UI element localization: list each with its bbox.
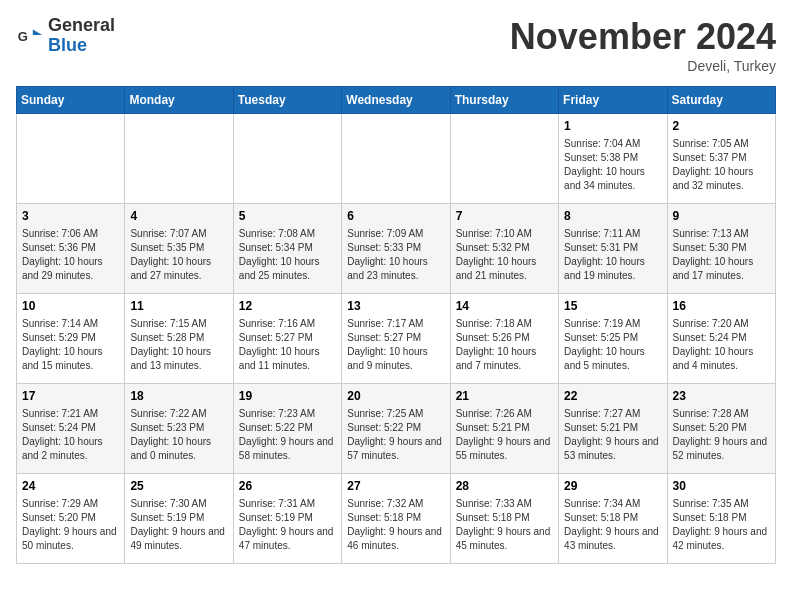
weekday-header-thursday: Thursday (450, 87, 558, 114)
day-info: Sunrise: 7:32 AMSunset: 5:18 PMDaylight:… (347, 497, 444, 553)
day-number: 29 (564, 478, 661, 495)
day-number: 26 (239, 478, 336, 495)
calendar-cell: 8Sunrise: 7:11 AMSunset: 5:31 PMDaylight… (559, 204, 667, 294)
calendar-cell: 26Sunrise: 7:31 AMSunset: 5:19 PMDayligh… (233, 474, 341, 564)
calendar-week-row: 1Sunrise: 7:04 AMSunset: 5:38 PMDaylight… (17, 114, 776, 204)
day-number: 19 (239, 388, 336, 405)
day-number: 3 (22, 208, 119, 225)
calendar-cell: 25Sunrise: 7:30 AMSunset: 5:19 PMDayligh… (125, 474, 233, 564)
day-info: Sunrise: 7:27 AMSunset: 5:21 PMDaylight:… (564, 407, 661, 463)
day-info: Sunrise: 7:11 AMSunset: 5:31 PMDaylight:… (564, 227, 661, 283)
weekday-header-friday: Friday (559, 87, 667, 114)
calendar-cell: 21Sunrise: 7:26 AMSunset: 5:21 PMDayligh… (450, 384, 558, 474)
calendar-cell: 24Sunrise: 7:29 AMSunset: 5:20 PMDayligh… (17, 474, 125, 564)
day-number: 20 (347, 388, 444, 405)
day-number: 16 (673, 298, 770, 315)
day-number: 18 (130, 388, 227, 405)
calendar-cell: 4Sunrise: 7:07 AMSunset: 5:35 PMDaylight… (125, 204, 233, 294)
calendar-cell (233, 114, 341, 204)
day-info: Sunrise: 7:04 AMSunset: 5:38 PMDaylight:… (564, 137, 661, 193)
calendar-cell: 22Sunrise: 7:27 AMSunset: 5:21 PMDayligh… (559, 384, 667, 474)
day-number: 4 (130, 208, 227, 225)
title-area: November 2024 Develi, Turkey (510, 16, 776, 74)
calendar-cell (17, 114, 125, 204)
day-info: Sunrise: 7:07 AMSunset: 5:35 PMDaylight:… (130, 227, 227, 283)
day-info: Sunrise: 7:06 AMSunset: 5:36 PMDaylight:… (22, 227, 119, 283)
day-number: 5 (239, 208, 336, 225)
calendar-week-row: 3Sunrise: 7:06 AMSunset: 5:36 PMDaylight… (17, 204, 776, 294)
day-info: Sunrise: 7:13 AMSunset: 5:30 PMDaylight:… (673, 227, 770, 283)
day-number: 2 (673, 118, 770, 135)
day-info: Sunrise: 7:14 AMSunset: 5:29 PMDaylight:… (22, 317, 119, 373)
calendar-cell: 1Sunrise: 7:04 AMSunset: 5:38 PMDaylight… (559, 114, 667, 204)
day-number: 27 (347, 478, 444, 495)
logo-general-text: General (48, 16, 115, 36)
day-info: Sunrise: 7:26 AMSunset: 5:21 PMDaylight:… (456, 407, 553, 463)
logo-text: General Blue (48, 16, 115, 56)
day-number: 13 (347, 298, 444, 315)
calendar-cell: 14Sunrise: 7:18 AMSunset: 5:26 PMDayligh… (450, 294, 558, 384)
day-number: 11 (130, 298, 227, 315)
calendar-cell: 7Sunrise: 7:10 AMSunset: 5:32 PMDaylight… (450, 204, 558, 294)
day-number: 17 (22, 388, 119, 405)
calendar-cell: 10Sunrise: 7:14 AMSunset: 5:29 PMDayligh… (17, 294, 125, 384)
day-info: Sunrise: 7:25 AMSunset: 5:22 PMDaylight:… (347, 407, 444, 463)
day-number: 23 (673, 388, 770, 405)
day-info: Sunrise: 7:05 AMSunset: 5:37 PMDaylight:… (673, 137, 770, 193)
day-info: Sunrise: 7:30 AMSunset: 5:19 PMDaylight:… (130, 497, 227, 553)
day-info: Sunrise: 7:35 AMSunset: 5:18 PMDaylight:… (673, 497, 770, 553)
logo: G General Blue (16, 16, 115, 56)
day-info: Sunrise: 7:19 AMSunset: 5:25 PMDaylight:… (564, 317, 661, 373)
day-number: 9 (673, 208, 770, 225)
weekday-header-sunday: Sunday (17, 87, 125, 114)
calendar-cell (450, 114, 558, 204)
calendar-cell: 3Sunrise: 7:06 AMSunset: 5:36 PMDaylight… (17, 204, 125, 294)
day-info: Sunrise: 7:31 AMSunset: 5:19 PMDaylight:… (239, 497, 336, 553)
logo-blue-text: Blue (48, 36, 115, 56)
location-text: Develi, Turkey (510, 58, 776, 74)
day-info: Sunrise: 7:33 AMSunset: 5:18 PMDaylight:… (456, 497, 553, 553)
day-info: Sunrise: 7:08 AMSunset: 5:34 PMDaylight:… (239, 227, 336, 283)
day-info: Sunrise: 7:17 AMSunset: 5:27 PMDaylight:… (347, 317, 444, 373)
calendar-cell: 23Sunrise: 7:28 AMSunset: 5:20 PMDayligh… (667, 384, 775, 474)
day-info: Sunrise: 7:16 AMSunset: 5:27 PMDaylight:… (239, 317, 336, 373)
day-info: Sunrise: 7:28 AMSunset: 5:20 PMDaylight:… (673, 407, 770, 463)
calendar-cell: 27Sunrise: 7:32 AMSunset: 5:18 PMDayligh… (342, 474, 450, 564)
calendar-cell: 13Sunrise: 7:17 AMSunset: 5:27 PMDayligh… (342, 294, 450, 384)
calendar-cell: 19Sunrise: 7:23 AMSunset: 5:22 PMDayligh… (233, 384, 341, 474)
day-info: Sunrise: 7:18 AMSunset: 5:26 PMDaylight:… (456, 317, 553, 373)
calendar-cell: 15Sunrise: 7:19 AMSunset: 5:25 PMDayligh… (559, 294, 667, 384)
day-number: 14 (456, 298, 553, 315)
weekday-header-row: SundayMondayTuesdayWednesdayThursdayFrid… (17, 87, 776, 114)
day-number: 15 (564, 298, 661, 315)
day-info: Sunrise: 7:09 AMSunset: 5:33 PMDaylight:… (347, 227, 444, 283)
calendar-cell: 9Sunrise: 7:13 AMSunset: 5:30 PMDaylight… (667, 204, 775, 294)
calendar-week-row: 24Sunrise: 7:29 AMSunset: 5:20 PMDayligh… (17, 474, 776, 564)
day-number: 25 (130, 478, 227, 495)
calendar-cell: 2Sunrise: 7:05 AMSunset: 5:37 PMDaylight… (667, 114, 775, 204)
weekday-header-tuesday: Tuesday (233, 87, 341, 114)
calendar-week-row: 17Sunrise: 7:21 AMSunset: 5:24 PMDayligh… (17, 384, 776, 474)
logo-icon: G (16, 22, 44, 50)
calendar-cell: 18Sunrise: 7:22 AMSunset: 5:23 PMDayligh… (125, 384, 233, 474)
day-number: 1 (564, 118, 661, 135)
day-number: 8 (564, 208, 661, 225)
weekday-header-monday: Monday (125, 87, 233, 114)
calendar-cell: 17Sunrise: 7:21 AMSunset: 5:24 PMDayligh… (17, 384, 125, 474)
day-info: Sunrise: 7:22 AMSunset: 5:23 PMDaylight:… (130, 407, 227, 463)
day-info: Sunrise: 7:34 AMSunset: 5:18 PMDaylight:… (564, 497, 661, 553)
calendar-cell: 20Sunrise: 7:25 AMSunset: 5:22 PMDayligh… (342, 384, 450, 474)
day-info: Sunrise: 7:15 AMSunset: 5:28 PMDaylight:… (130, 317, 227, 373)
day-number: 24 (22, 478, 119, 495)
day-info: Sunrise: 7:29 AMSunset: 5:20 PMDaylight:… (22, 497, 119, 553)
calendar-cell: 29Sunrise: 7:34 AMSunset: 5:18 PMDayligh… (559, 474, 667, 564)
day-info: Sunrise: 7:23 AMSunset: 5:22 PMDaylight:… (239, 407, 336, 463)
svg-text:G: G (18, 28, 28, 43)
calendar-cell: 5Sunrise: 7:08 AMSunset: 5:34 PMDaylight… (233, 204, 341, 294)
day-number: 12 (239, 298, 336, 315)
svg-marker-1 (33, 29, 42, 35)
day-number: 7 (456, 208, 553, 225)
calendar-cell: 30Sunrise: 7:35 AMSunset: 5:18 PMDayligh… (667, 474, 775, 564)
day-number: 28 (456, 478, 553, 495)
calendar-cell (342, 114, 450, 204)
